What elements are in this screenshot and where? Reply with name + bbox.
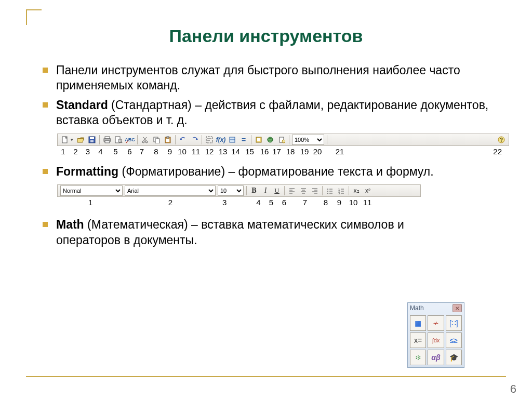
greek-toolbar-button[interactable]: αβ xyxy=(428,350,444,365)
fontsize-select[interactable]: 10 xyxy=(218,185,244,196)
programming-toolbar-button[interactable]: ፨ xyxy=(410,350,426,365)
page-number: 6 xyxy=(510,382,516,396)
bullet-intro: Панели инструментов служат для быстрого … xyxy=(42,61,501,96)
bold-button[interactable]: B xyxy=(249,185,259,196)
redo-button[interactable] xyxy=(189,135,200,145)
bullet-standard-name: Standard xyxy=(56,98,108,112)
separator xyxy=(202,135,202,144)
matrix-toolbar-button[interactable]: [∷] xyxy=(446,315,462,331)
slide-title: Панели инструментов xyxy=(26,26,506,46)
bullet-formatting-text: (Форматирование) – форматирование текста… xyxy=(118,165,434,178)
align-region-button[interactable] xyxy=(204,135,215,145)
close-icon[interactable]: ✕ xyxy=(453,304,462,312)
formatting-toolbar-wrap: Normal Arial 10 B I U 123 x₂ x² 1 2 3 4 … xyxy=(57,184,506,207)
separator xyxy=(349,186,349,195)
math-palette: Math ✕ ▦ ≁ [∷] x= ∫dx ≤≥ ፨ αβ 🎓 xyxy=(407,302,464,368)
align-right-button[interactable] xyxy=(310,185,320,196)
cut-button[interactable] xyxy=(140,135,150,145)
math-palette-title: Math xyxy=(410,304,424,312)
paste-button[interactable] xyxy=(163,135,173,145)
svg-rect-3 xyxy=(90,140,94,142)
bullet-standard: Standard (Стандартная) – действия с файл… xyxy=(42,96,501,130)
calculator-toolbar-button[interactable]: ▦ xyxy=(410,315,426,331)
separator xyxy=(284,186,285,195)
bullets-button[interactable] xyxy=(325,185,335,196)
save-button[interactable] xyxy=(87,135,97,145)
decorative-corner xyxy=(26,9,42,25)
underline-button[interactable]: U xyxy=(272,185,282,196)
separator xyxy=(327,135,327,144)
bullet-formatting: Formatting (Форматирование) – форматиров… xyxy=(42,162,501,181)
undo-button[interactable] xyxy=(178,135,188,145)
separator xyxy=(175,135,176,144)
svg-point-50 xyxy=(327,193,328,194)
font-select[interactable]: Arial xyxy=(125,185,216,196)
svg-point-46 xyxy=(327,189,328,190)
open-button[interactable] xyxy=(75,135,86,145)
separator xyxy=(246,186,247,195)
evaluation-toolbar-button[interactable]: x= xyxy=(410,332,426,348)
standard-toolbar: ▾ ABC✓ xyxy=(57,134,509,146)
svg-point-48 xyxy=(327,191,328,192)
standard-toolbar-labels: 1 2 3 4 5 6 7 8 9 10 11 12 13 14 15 16 1… xyxy=(57,147,506,156)
help-button[interactable]: ? xyxy=(496,135,507,145)
align-center-button[interactable] xyxy=(298,185,309,196)
copy-button[interactable] xyxy=(151,135,162,145)
bullet-standard-text: (Стандартная) – действия с файлами, реда… xyxy=(56,98,488,127)
separator xyxy=(322,186,323,195)
italic-button[interactable]: I xyxy=(260,185,271,196)
svg-rect-15 xyxy=(155,139,159,143)
boolean-toolbar-button[interactable]: ≤≥ xyxy=(446,332,462,348)
svg-rect-2 xyxy=(90,137,94,139)
bullet-math: Math (Математическая) – вставка математи… xyxy=(42,215,501,250)
separator xyxy=(251,135,251,144)
numbering-button[interactable]: 123 xyxy=(336,185,347,196)
insert-reference-button[interactable] xyxy=(276,135,287,145)
svg-point-28 xyxy=(268,137,273,142)
insert-component-button[interactable] xyxy=(254,135,264,145)
superscript-button[interactable]: x² xyxy=(363,185,373,196)
align-left-button[interactable] xyxy=(287,185,297,196)
calculus-toolbar-button[interactable]: ∫dx xyxy=(428,332,444,348)
style-select[interactable]: Normal xyxy=(60,185,123,196)
bullet-formatting-name: Formatting xyxy=(56,165,118,178)
print-button[interactable] xyxy=(102,135,112,145)
formatting-toolbar-labels: 1 2 3 4 5 6 7 8 9 10 11 xyxy=(57,198,421,207)
separator xyxy=(99,135,100,144)
separator xyxy=(289,135,289,144)
svg-rect-4 xyxy=(105,137,110,139)
graph-toolbar-button[interactable]: ≁ xyxy=(428,315,444,331)
svg-point-31 xyxy=(282,140,285,143)
bullet-math-name: Math xyxy=(56,218,84,231)
bullet-math-text: (Математическая) – вставка математически… xyxy=(56,218,404,246)
svg-line-9 xyxy=(121,142,122,143)
insert-hyperlink-button[interactable] xyxy=(265,135,275,145)
svg-rect-7 xyxy=(115,137,120,143)
print-preview-button[interactable] xyxy=(113,135,124,145)
svg-rect-18 xyxy=(166,139,169,142)
standard-toolbar-wrap: ▾ ABC✓ xyxy=(57,134,506,156)
symbolic-toolbar-button[interactable]: 🎓 xyxy=(446,350,462,365)
evaluate-button[interactable]: = xyxy=(238,135,249,145)
subscript-button[interactable]: x₂ xyxy=(351,185,362,196)
svg-text:3: 3 xyxy=(338,192,340,194)
footer-rule xyxy=(26,376,506,377)
insert-function-button[interactable]: f(x) xyxy=(216,135,226,145)
new-doc-dropdown[interactable]: ▾ xyxy=(71,137,75,142)
svg-rect-17 xyxy=(167,137,169,138)
insert-unit-button[interactable] xyxy=(227,135,237,145)
spellcheck-button[interactable]: ABC✓ xyxy=(125,135,135,145)
separator xyxy=(137,135,138,144)
formatting-toolbar: Normal Arial 10 B I U 123 x₂ x² xyxy=(57,184,421,197)
svg-rect-21 xyxy=(206,137,212,143)
zoom-select[interactable]: 100% xyxy=(292,135,324,145)
svg-rect-6 xyxy=(105,141,110,143)
svg-text:?: ? xyxy=(500,137,503,143)
new-doc-button[interactable] xyxy=(60,135,70,145)
svg-rect-27 xyxy=(257,138,260,141)
